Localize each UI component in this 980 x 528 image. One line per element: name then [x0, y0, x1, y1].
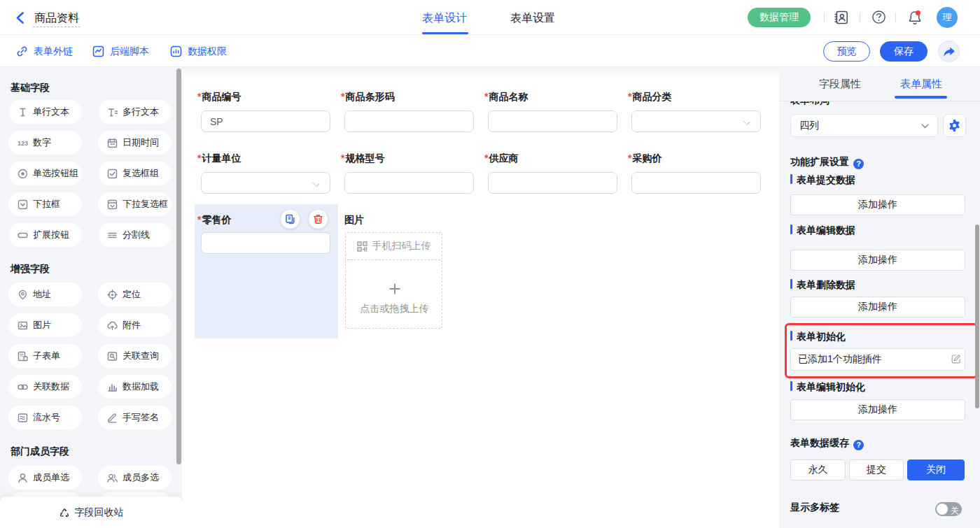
svg-text:123: 123	[18, 140, 28, 147]
